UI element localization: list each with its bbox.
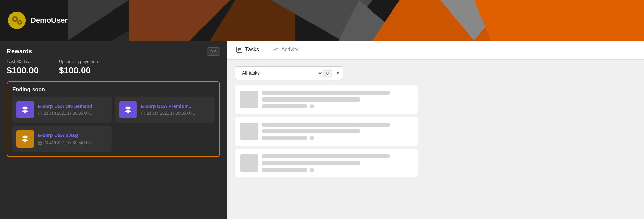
skeleton-thumb-3: [240, 154, 258, 172]
campaign-info-3: E-corp USA Swag 23 Jan 2021 17:30:36 UTC: [38, 133, 92, 145]
campaign-icon-3: [16, 130, 34, 148]
svg-point-3: [14, 18, 16, 20]
last30-amount: $100.00: [7, 65, 39, 76]
tasks-content: All tasks 0 ▾: [227, 60, 644, 219]
svg-rect-5: [38, 112, 42, 115]
skeleton-thumb-2: [240, 123, 258, 140]
skeleton-lines-3: [262, 154, 412, 172]
skeleton-dot-3: [310, 168, 314, 172]
skeleton-area: [235, 85, 636, 212]
filter-select[interactable]: All tasks: [235, 67, 323, 80]
right-panel: Tasks Activity All tasks 0 ▾: [227, 41, 644, 219]
filter-bar[interactable]: All tasks 0 ▾: [235, 66, 343, 80]
upcoming-reward: Upcoming payments $100.00: [59, 59, 99, 76]
skeleton-line-medium-1: [262, 97, 360, 102]
tab-activity-label: Activity: [281, 47, 299, 53]
skeleton-row-3: [262, 168, 412, 172]
campaign-name-1: E-corp USA On-Demand: [38, 104, 92, 109]
main-content: Rewards > < Last 30 days $100.00 Upcomin…: [0, 41, 644, 219]
avatar: [8, 12, 26, 29]
campaign-date-2: 23 Jan 2021 17:30:35 UTC: [141, 111, 195, 116]
layers-icon-2: [124, 106, 132, 114]
skeleton-dot-1: [310, 104, 314, 108]
campaign-date-text-3: 23 Jan 2021 17:30:36 UTC: [44, 140, 92, 145]
svg-point-4: [19, 21, 21, 23]
campaign-card-3[interactable]: E-corp USA Swag 23 Jan 2021 17:30:36 UTC: [12, 126, 112, 152]
tab-tasks-label: Tasks: [245, 47, 259, 53]
skeleton-thumb-1: [240, 91, 258, 108]
ending-soon-title: Ending soon: [12, 87, 215, 93]
left-panel: Rewards > < Last 30 days $100.00 Upcomin…: [0, 41, 227, 219]
rewards-section: Rewards > < Last 30 days $100.00 Upcomin…: [7, 47, 220, 76]
campaign-grid: E-corp USA On-Demand 23 Jan 2021 17:30:3…: [12, 97, 215, 152]
skeleton-lines-2: [262, 123, 412, 140]
layers-icon-3: [21, 135, 29, 143]
skeleton-line-short-1: [262, 104, 307, 108]
campaign-info-1: E-corp USA On-Demand 23 Jan 2021 17:30:3…: [38, 104, 92, 116]
campaign-date-1: 23 Jan 2021 17:30:35 UTC: [38, 111, 92, 116]
campaign-date-text-1: 23 Jan 2021 17:30:35 UTC: [44, 111, 92, 116]
tab-tasks[interactable]: Tasks: [235, 41, 260, 59]
calendar-icon-2: [141, 111, 145, 115]
filter-dropdown-button[interactable]: ▾: [332, 67, 343, 79]
activity-icon: [273, 47, 279, 53]
skeleton-line-long-2: [262, 123, 390, 127]
skeleton-card-3: [235, 149, 418, 177]
skeleton-row-2: [262, 136, 412, 140]
campaign-icon-1: [16, 101, 34, 118]
svg-rect-13: [38, 141, 42, 145]
calendar-icon-1: [38, 111, 42, 115]
campaign-icon-2: [119, 101, 137, 118]
avatar-icon: [8, 12, 26, 29]
header-background: [0, 0, 644, 41]
last30-reward: Last 30 days $100.00: [7, 59, 39, 76]
username: DemoUser: [30, 16, 68, 25]
skeleton-line-medium-3: [262, 161, 360, 165]
skeleton-card-1: [235, 85, 418, 114]
calendar-icon-3: [38, 140, 42, 145]
campaign-name-3: E-corp USA Swag: [38, 133, 92, 138]
header-content: DemoUser: [8, 12, 68, 29]
campaign-card-2[interactable]: E-corp USA Premium... 23 Jan 2021 17:30:…: [115, 97, 215, 123]
filter-count: 0: [323, 69, 332, 77]
tab-activity[interactable]: Activity: [271, 41, 300, 59]
upcoming-label: Upcoming payments: [59, 59, 99, 64]
last30-label: Last 30 days: [7, 59, 39, 64]
rewards-amounts: Last 30 days $100.00 Upcoming payments $…: [7, 59, 220, 76]
campaign-date-text-2: 23 Jan 2021 17:30:35 UTC: [147, 111, 195, 116]
skeleton-line-medium-2: [262, 129, 360, 133]
skeleton-line-long-1: [262, 91, 390, 95]
tasks-icon: [236, 47, 242, 53]
skeleton-row-1: [262, 104, 412, 108]
svg-rect-9: [141, 112, 145, 115]
layers-icon: [21, 106, 29, 114]
ending-soon-section: Ending soon E-corp USA On-Demand: [7, 81, 220, 157]
rewards-title: Rewards: [7, 48, 32, 55]
skeleton-line-short-3: [262, 168, 307, 172]
skeleton-line-long-3: [262, 154, 390, 158]
skeleton-dot-2: [310, 136, 314, 140]
campaign-name-2: E-corp USA Premium...: [141, 104, 195, 109]
skeleton-line-short-2: [262, 136, 307, 140]
campaign-info-2: E-corp USA Premium... 23 Jan 2021 17:30:…: [141, 104, 195, 116]
rewards-header: Rewards > <: [7, 47, 220, 56]
header: DemoUser: [0, 0, 644, 41]
campaign-date-3: 23 Jan 2021 17:30:36 UTC: [38, 140, 92, 145]
skeleton-card-2: [235, 117, 418, 146]
tabs-bar: Tasks Activity: [227, 41, 644, 60]
skeleton-lines-1: [262, 91, 412, 108]
campaign-card-1[interactable]: E-corp USA On-Demand 23 Jan 2021 17:30:3…: [12, 97, 112, 123]
collapse-button[interactable]: > <: [207, 47, 220, 56]
upcoming-amount: $100.00: [59, 65, 99, 76]
